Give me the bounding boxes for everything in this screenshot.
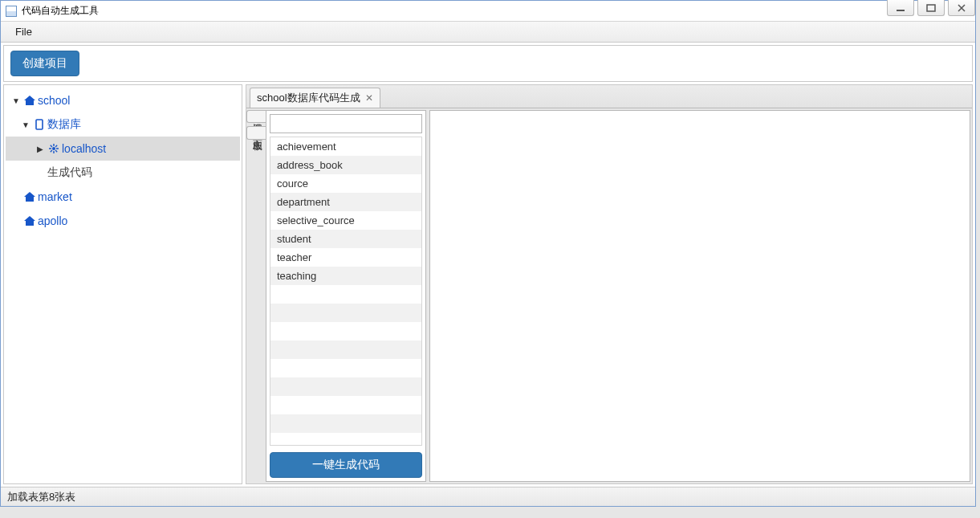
generate-code-button[interactable]: 一键生成代码	[270, 452, 422, 478]
tree-item-apollo[interactable]: apollo	[6, 209, 240, 233]
tree-item-label: school	[38, 94, 70, 107]
tree-item-icon	[22, 190, 38, 203]
table-search	[270, 114, 422, 133]
app-icon	[6, 6, 17, 17]
window-controls	[884, 0, 975, 16]
detail-panel	[429, 110, 970, 482]
tree-item-school[interactable]: ▼school	[6, 88, 240, 112]
table-row[interactable]: selective_cource	[270, 211, 421, 230]
menu-file[interactable]: File	[9, 24, 39, 39]
close-icon	[957, 4, 966, 12]
table-row[interactable]: teaching	[270, 267, 421, 285]
expander-icon[interactable]: ▼	[10, 96, 22, 105]
table-row[interactable]	[270, 414, 421, 433]
app-window: 代码自动生成工具 File 创建项目 ▼school▼数据库▶localhost…	[0, 0, 976, 507]
tree-item-market[interactable]: market	[6, 185, 240, 209]
tree-item-label: localhost	[62, 142, 106, 155]
table-row[interactable]: department	[270, 193, 421, 211]
table-row[interactable]	[270, 285, 421, 304]
minimize-icon	[896, 4, 905, 12]
status-bar: 加载表第8张表	[1, 487, 975, 506]
close-button[interactable]	[948, 0, 975, 16]
main-area: ▼school▼数据库▶localhost生成代码marketapollo sc…	[3, 84, 973, 484]
expander-icon[interactable]: ▶	[35, 145, 46, 153]
table-row[interactable]	[270, 341, 421, 359]
create-project-button[interactable]: 创建项目	[10, 51, 79, 76]
tab-close-icon[interactable]: ✕	[365, 92, 373, 104]
svg-rect-2	[36, 120, 43, 129]
maximize-icon	[926, 4, 936, 12]
vtab-main-panel[interactable]: 主面板	[246, 126, 266, 140]
maximize-button[interactable]	[917, 0, 945, 16]
tree-item-label: apollo	[38, 214, 67, 227]
tree-item-icon	[46, 142, 62, 155]
table-row[interactable]	[270, 359, 421, 377]
table-row[interactable]	[270, 304, 421, 322]
tree-item-icon	[31, 118, 47, 131]
status-text: 加载表第8张表	[7, 490, 75, 504]
tree-item-label: 数据库	[47, 117, 81, 132]
tab-codegen[interactable]: school数据库代码生成 ✕	[250, 88, 380, 108]
vtab-settings[interactable]: 设置	[246, 110, 266, 123]
tree-item-icon	[22, 94, 38, 107]
project-tree[interactable]: ▼school▼数据库▶localhost生成代码marketapollo	[4, 85, 242, 236]
tree-item-localhost[interactable]: ▶localhost	[6, 137, 240, 161]
table-row[interactable]: student	[270, 230, 421, 248]
title-bar: 代码自动生成工具	[1, 1, 975, 22]
table-list[interactable]: achievementaddress_bookcourcedepartments…	[270, 137, 422, 446]
table-list-column: achievementaddress_bookcourcedepartments…	[266, 110, 426, 482]
tab-label: school数据库代码生成	[257, 91, 360, 105]
vertical-tabs: 设置 主面板	[246, 108, 266, 483]
tab-content: 设置 主面板 achievementaddress_bookcourcedepa…	[246, 108, 972, 483]
window-title: 代码自动生成工具	[22, 4, 99, 18]
table-row[interactable]: achievement	[270, 137, 421, 156]
tree-item-label: 生成代码	[47, 165, 92, 180]
table-row[interactable]	[270, 377, 421, 396]
expander-icon[interactable]: ▼	[20, 120, 31, 129]
tree-item-label: market	[38, 190, 72, 203]
toolbar: 创建项目	[3, 45, 973, 82]
tree-item-生成代码[interactable]: 生成代码	[6, 161, 240, 185]
minimize-button[interactable]	[887, 0, 914, 16]
project-tree-pane: ▼school▼数据库▶localhost生成代码marketapollo	[3, 84, 242, 484]
svg-rect-1	[927, 5, 935, 11]
tab-strip: school数据库代码生成 ✕	[246, 85, 972, 108]
svg-rect-0	[897, 10, 905, 11]
table-row[interactable]	[270, 396, 421, 414]
table-row[interactable]: teacher	[270, 248, 421, 267]
tree-item-icon	[22, 214, 38, 227]
menu-bar: File	[1, 22, 975, 43]
tree-item-数据库[interactable]: ▼数据库	[6, 112, 240, 137]
table-row[interactable]	[270, 433, 421, 446]
table-search-input[interactable]	[270, 114, 422, 133]
editor-pane: school数据库代码生成 ✕ 设置 主面板 achievementaddres…	[246, 84, 973, 484]
table-row[interactable]: address_book	[270, 156, 421, 174]
table-row[interactable]	[270, 322, 421, 341]
svg-point-3	[52, 147, 55, 150]
table-row[interactable]: cource	[270, 174, 421, 193]
